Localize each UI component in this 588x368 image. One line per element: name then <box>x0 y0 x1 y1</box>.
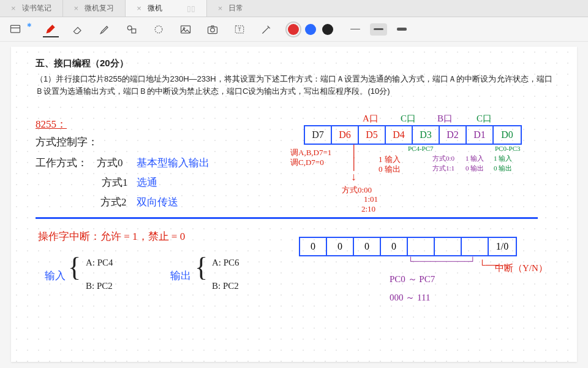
brace-icon: { <box>195 251 208 283</box>
svg-text:T: T <box>238 26 241 33</box>
hw-mode-label: 工作方式： <box>36 156 88 170</box>
page-title: 五、接口编程（20分） <box>36 58 552 69</box>
hw-pcrange: PC0 ～ PC7 <box>390 274 435 285</box>
note-page[interactable]: 五、接口编程（20分） （1）并行接口芯片8255的端口地址为230H—233H… <box>11 47 577 362</box>
color-red[interactable] <box>288 24 299 35</box>
tab-microcomputer[interactable]: × 微机 ▯▯ <box>126 0 207 17</box>
hw-in-a: A: PC4 <box>86 258 113 268</box>
hw-int-title: 操作字中断：允许 = 1，禁止 = 0 <box>38 229 185 243</box>
hdr-c2: C口 <box>477 113 492 125</box>
bit-d4: D4 <box>386 126 413 144</box>
thickness-thin[interactable] <box>347 23 364 36</box>
hw-pc47: PC4-PC7 <box>408 145 434 152</box>
tab-daily[interactable]: × 日常 <box>207 0 255 17</box>
hw-mode2-desc: 双向传送 <box>137 195 178 209</box>
hw-in: 输入 <box>45 269 66 283</box>
b2-5 <box>435 238 462 255</box>
image-icon[interactable] <box>178 21 194 37</box>
laser-icon[interactable] <box>258 21 274 37</box>
bluetooth-icon: ✱ <box>27 22 32 28</box>
close-icon[interactable]: × <box>137 4 141 13</box>
hw-mode1-desc: 选通 <box>137 175 157 190</box>
lasso-icon[interactable] <box>151 21 167 37</box>
svg-point-7 <box>211 28 215 32</box>
svg-point-1 <box>127 26 132 30</box>
color-blue[interactable] <box>305 24 316 35</box>
close-icon[interactable]: × <box>11 4 16 13</box>
hw-d2-1: 方式0:0 <box>432 154 454 163</box>
hw-mode0: 方式0 <box>97 156 123 170</box>
tab-notes[interactable]: × 读书笔记 <box>0 0 63 17</box>
hw-out-b: B: PC2 <box>212 281 239 291</box>
bitbox-1: D7 D6 D5 D4 D3 D2 D1 D0 <box>304 125 522 145</box>
bit-d1: D1 <box>467 126 494 144</box>
highlighter-icon[interactable] <box>97 21 113 37</box>
hw-pc03: PC0-PC3 <box>495 145 521 152</box>
hdr-c1: C口 <box>401 113 416 125</box>
shapes-icon[interactable] <box>124 21 140 37</box>
bit-d7: D7 <box>305 126 332 144</box>
svg-rect-2 <box>132 29 136 33</box>
hw-mode1: 方式1 <box>102 175 128 190</box>
thickness-thick[interactable] <box>393 23 410 36</box>
hw-d7-2: 调C,D7=0 <box>290 157 324 168</box>
color-picker <box>288 24 333 35</box>
pen-icon[interactable] <box>43 21 59 37</box>
hw-d2-2: 方式1:1 <box>432 164 454 173</box>
arrow-down-icon: ││↓ <box>351 145 358 183</box>
hw-in-b: B: PC2 <box>86 281 113 291</box>
close-icon[interactable]: × <box>218 4 223 13</box>
bit-d6: D6 <box>332 126 359 144</box>
b2-1: 0 <box>327 238 354 255</box>
underbrace-icon: └──────────┘ <box>408 256 476 266</box>
b2-4 <box>408 238 435 255</box>
hw-out-a: A: PC6 <box>212 258 239 268</box>
tab-label: 日常 <box>228 3 243 13</box>
problem-text: （1）并行接口芯片8255的端口地址为230H—233H，将其设置为下述工作方式… <box>36 73 552 98</box>
color-black[interactable] <box>322 24 333 35</box>
split-icon[interactable]: ▯▯ <box>187 4 195 13</box>
view-icon[interactable] <box>7 21 23 37</box>
b2-3: 0 <box>381 238 408 255</box>
close-icon[interactable]: × <box>74 4 79 13</box>
bit-d0: D0 <box>494 126 521 144</box>
hw-modecodes3: 2:10 <box>361 204 375 214</box>
hdr-b: B口 <box>437 113 453 125</box>
tab-label: 微机复习 <box>85 3 114 13</box>
svg-rect-0 <box>11 25 20 33</box>
text-icon[interactable]: T <box>232 21 247 37</box>
svg-point-3 <box>155 26 162 33</box>
hw-mode0-desc: 基本型输入输出 <box>137 156 209 170</box>
b2-6 <box>462 238 489 255</box>
camera-icon[interactable] <box>205 21 221 37</box>
hw-modecodes2: 1:01 <box>364 194 378 204</box>
hw-d1-1: 1 输入 <box>466 154 484 163</box>
hdr-a: A口 <box>363 113 379 125</box>
tab-label: 微机 <box>148 3 162 13</box>
bit-d2: D2 <box>440 126 467 144</box>
b2-2: 0 <box>354 238 381 255</box>
divider-line <box>36 217 538 219</box>
b2-0: 0 <box>300 238 327 255</box>
bitbox-2: 0 0 0 0 1/0 <box>299 237 517 256</box>
toolbar: ✱ T <box>0 17 588 42</box>
hw-d0-2: 0 输出 <box>494 164 512 173</box>
hw-control: 方式控制字： <box>36 135 98 149</box>
b2-7: 1/0 <box>489 238 516 255</box>
tab-bar: × 读书笔记 × 微机复习 × 微机 ▯▯ × 日常 <box>0 0 588 17</box>
bit-d5: D5 <box>359 126 386 144</box>
hw-chip: 8255： <box>36 117 67 131</box>
hw-d0-1: 1 输入 <box>494 154 512 163</box>
hw-intyn: 中断（Y/N） <box>495 263 548 274</box>
hw-out: 输出 <box>170 269 191 283</box>
hw-d4-2: 0 输出 <box>379 164 401 175</box>
tab-label: 读书笔记 <box>22 3 51 13</box>
eraser-icon[interactable] <box>70 21 86 37</box>
hw-d1-2: 0 输出 <box>466 164 484 173</box>
thickness-medium[interactable] <box>370 23 387 36</box>
brace-icon: { <box>68 251 81 283</box>
tab-review[interactable]: × 微机复习 <box>63 0 126 17</box>
bit-d3: D3 <box>413 126 440 144</box>
hw-binrange: 000 ～ 111 <box>390 292 430 304</box>
hw-mode2: 方式2 <box>100 195 127 209</box>
